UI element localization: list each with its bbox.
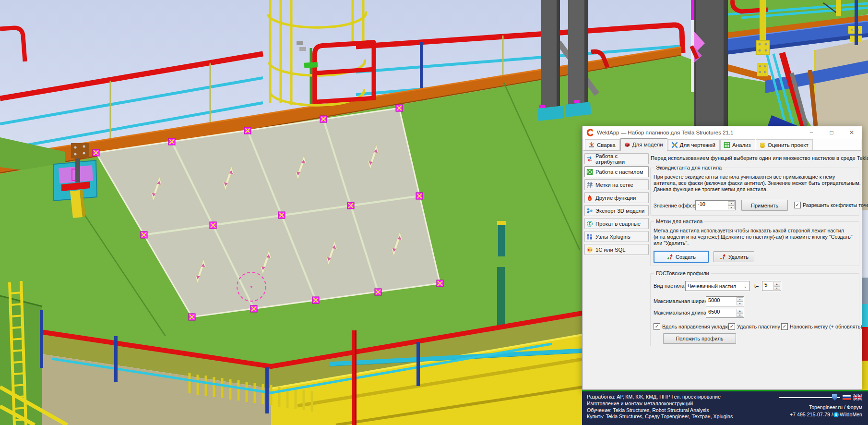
- checkbox-box: [781, 323, 788, 330]
- sidebar-item-attributes[interactable]: Работа с атрибутами: [584, 153, 649, 164]
- group-equidistant: Эквидистанта для настила При расчёте экв…: [650, 168, 859, 216]
- thickness-label: t=: [754, 283, 759, 289]
- weld-icon: [588, 142, 595, 148]
- panel-intro-text: Перед использованием функций выберите од…: [651, 155, 861, 161]
- checkbox-box: [794, 202, 801, 208]
- titlebar[interactable]: WeldApp — Набор плагинов для Tekla Struc…: [583, 126, 862, 139]
- sidebar-item-rolled-to-welded[interactable]: Прокат в сварные: [584, 218, 649, 229]
- max-length-spinner[interactable]: [737, 309, 743, 317]
- bolted-plate: [71, 143, 89, 158]
- tab-drawings[interactable]: Для чертежей: [668, 139, 720, 150]
- max-width-spinner[interactable]: [737, 297, 743, 305]
- thickness-spinner[interactable]: [773, 282, 780, 290]
- footer-right: Topengineer.ru / Форум +7 495 215-07-79 …: [779, 394, 862, 417]
- tabstrip: Сварка Для модели Для чертежей: [583, 139, 861, 151]
- analysis-table-icon: [724, 142, 730, 148]
- thickness-input-wrap: [762, 281, 781, 291]
- group-equidistant-title: Эквидистанта для настила: [654, 165, 724, 170]
- create-mark-button[interactable]: Создать: [654, 251, 709, 263]
- delete-mark-icon: [719, 254, 726, 260]
- xplugins-nodes-icon: [586, 233, 593, 240]
- sidebar-item-export-3d[interactable]: Экспорт 3D модели: [584, 205, 649, 216]
- group-gost-title: ГОСТовские профили: [654, 270, 711, 276]
- offset-input[interactable]: [698, 201, 727, 207]
- sidebar-item-deck[interactable]: Работа с настилом: [584, 166, 649, 177]
- slider-track: [779, 397, 840, 398]
- sidebar-item-grid-marks[interactable]: Метки на сетке: [584, 179, 649, 190]
- max-width-input-wrap: [706, 296, 744, 306]
- sidebar-item-1c-sql[interactable]: 1С 1С или SQL: [584, 244, 649, 255]
- group-gost-profiles: ГОСТовские профили Вид настила: Чечевичн…: [650, 273, 859, 346]
- thickness-input[interactable]: [764, 282, 773, 288]
- tab-weld[interactable]: Сварка: [585, 139, 620, 150]
- deck-type-label: Вид настила:: [654, 283, 686, 289]
- create-mark-icon: [666, 254, 673, 260]
- group-marks-title: Метки для настила: [654, 219, 704, 224]
- window-title: WeldApp — Набор плагинов для Tekla Struc…: [597, 130, 734, 135]
- sidebar-item-xplugins-nodes[interactable]: Узлы Xplugins: [584, 231, 649, 242]
- footer-bar: Разработка: АР, КМ, КЖ, КМД, ППР Ген. пр…: [582, 390, 868, 425]
- language-slider[interactable]: [779, 394, 840, 401]
- marks-description: Метка для настила используется чтобы пок…: [654, 228, 853, 246]
- maximize-button[interactable]: □: [821, 126, 842, 139]
- close-button[interactable]: ✕: [842, 126, 862, 139]
- tab-estimate[interactable]: Оценить проект: [756, 139, 813, 150]
- minimize-button[interactable]: –: [801, 126, 821, 139]
- delete-mark-button[interactable]: Удалить: [713, 251, 754, 262]
- max-length-label: Максимальная длина:: [654, 310, 708, 316]
- offset-spinner[interactable]: [728, 201, 735, 209]
- group-deck-marks: Метки для настила Метка для настила испо…: [650, 221, 859, 266]
- sidebar: Работа с атрибутами Работа с настилом Ме…: [584, 153, 649, 257]
- site-link[interactable]: Topengineer.ru / Форум: [779, 404, 862, 410]
- uk-flag-icon[interactable]: [853, 394, 862, 401]
- weldapp-window: WeldApp — Набор плагинов для Tekla Struc…: [582, 126, 862, 390]
- max-length-input-wrap: [706, 308, 744, 318]
- 1c-sql-icon: 1С: [586, 246, 593, 253]
- checkbox-box: [728, 323, 735, 330]
- deck-type-select[interactable]: Чечевичный настил ⌄: [685, 281, 749, 291]
- estimate-coins-icon: [759, 142, 766, 148]
- delete-plate-checkbox[interactable]: Удалять пластину: [728, 323, 780, 330]
- screenshot-root: WeldApp — Набор плагинов для Tekla Struc…: [0, 0, 868, 425]
- checkbox-box: [654, 323, 660, 330]
- svg-text:1С: 1С: [587, 248, 592, 252]
- drawings-icon: [671, 142, 678, 148]
- tab-analysis[interactable]: Анализ: [720, 139, 755, 150]
- deck-panel: Перед использованием функций выберите од…: [650, 150, 860, 388]
- model-box-icon: [624, 141, 630, 148]
- max-width-input[interactable]: [708, 297, 736, 303]
- chevron-down-icon: ⌄: [741, 284, 749, 289]
- grid-marks-icon: [586, 182, 593, 188]
- along-laying-direction-checkbox[interactable]: Вдоль направления укладки: [654, 323, 730, 330]
- right-edge-structures: [861, 210, 868, 390]
- sidebar-item-other-functions[interactable]: Другие функции: [584, 192, 649, 203]
- weldapp-logo-icon: [586, 129, 594, 136]
- max-width-label: Максимальная ширина:: [654, 298, 712, 304]
- equidistant-description: При расчёте эквидистанты настила учитыва…: [654, 174, 861, 193]
- allow-point-conflicts-checkbox[interactable]: Разрешить конфликты точек: [794, 202, 868, 208]
- footer-info-lines: Разработка: АР, КМ, КЖ, КМД, ППР Ген. пр…: [587, 394, 733, 420]
- offset-input-wrap: [695, 200, 736, 210]
- phone-link[interactable]: +7 495 215-07-79 / S WildoMen: [779, 412, 862, 417]
- russia-flag-icon[interactable]: [843, 395, 851, 400]
- export-3d-icon: [586, 207, 593, 214]
- apply-mark-checkbox[interactable]: Наносить метку (+ обновлять): [781, 323, 862, 330]
- attributes-arrows-icon: [586, 156, 593, 162]
- slider-handle[interactable]: [832, 394, 837, 401]
- max-length-input[interactable]: [708, 309, 736, 315]
- tab-model[interactable]: Для модели: [620, 138, 667, 151]
- apply-button[interactable]: Применить: [741, 200, 788, 211]
- other-functions-icon: [586, 194, 593, 201]
- place-profile-button[interactable]: Положить профиль: [663, 333, 736, 344]
- skype-icon: S: [833, 412, 839, 417]
- rolled-to-welded-icon: [586, 220, 593, 227]
- deck-icon: [586, 169, 593, 175]
